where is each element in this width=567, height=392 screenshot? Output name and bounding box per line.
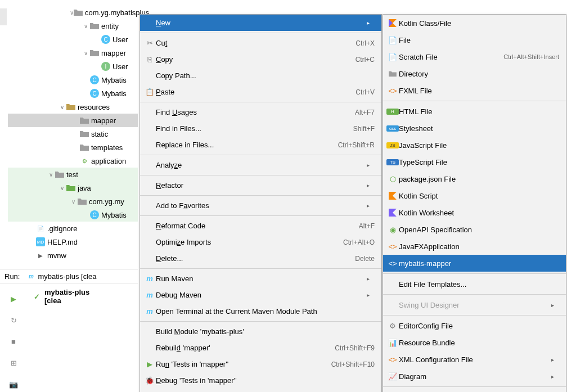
menu-reformat[interactable]: Reformat Code Alt+F: [140, 218, 381, 234]
menu-rebuild[interactable]: Rebuild 'mapper' Ctrl+Shift+F9: [140, 340, 381, 356]
stop-icon[interactable]: ■: [8, 336, 19, 347]
submenu-swing[interactable]: Swing UI Designer ▸: [383, 296, 566, 313]
menu-debug-tests[interactable]: 🐞 Debug 'Tests in 'mapper'': [140, 372, 381, 389]
expand-icon[interactable]: ∨: [81, 23, 90, 29]
kotlin-worksheet-icon: [386, 209, 399, 217]
menu-cut[interactable]: ✂ Cut Ctrl+X: [140, 35, 381, 51]
menu-optimize[interactable]: Optimize Imports Ctrl+Alt+O: [140, 234, 381, 250]
bug-icon: 🐞: [143, 376, 156, 385]
submenu-resource-bundle[interactable]: 📊 Resource Bundle: [383, 334, 566, 351]
folder-icon: [80, 116, 89, 125]
interface-icon: I: [101, 62, 110, 71]
shortcut: Ctrl+X: [356, 39, 375, 47]
package-icon: [90, 48, 99, 57]
menu-run-maven[interactable]: m Run Maven ▸: [140, 271, 381, 287]
layout-icon[interactable]: ⊞: [8, 357, 19, 368]
menu-delete[interactable]: Delete... Delete: [140, 250, 381, 267]
project-tree: ∨ com.yg.mybatisplus ∨ entity C User ∨ m…: [0, 0, 138, 262]
submenu-html[interactable]: H HTML File: [383, 103, 566, 120]
submenu-data-source[interactable]: 🗄 Data Source ▸: [383, 389, 566, 392]
submenu-kotlin-class[interactable]: Kotlin Class/File: [383, 15, 566, 31]
submenu-directory[interactable]: Directory: [383, 65, 566, 82]
menu-find-in-files[interactable]: Find in Files... Shift+F: [140, 120, 381, 137]
expand-icon[interactable]: ∨: [57, 185, 66, 191]
tree-row[interactable]: templates: [8, 141, 138, 154]
menu-more-run[interactable]: More Run/Debug ▸: [140, 389, 381, 392]
class-icon: C: [90, 75, 99, 84]
menu-favorites[interactable]: Add to Favorites ▸: [140, 197, 381, 214]
editorconfig-icon: ⚙: [386, 322, 399, 330]
tree-row[interactable]: 📄 .gitignore: [8, 222, 138, 235]
arrow-right-icon: ▸: [367, 292, 375, 298]
menu-build-module[interactable]: Build Module 'mybatis-plus': [140, 323, 381, 340]
expand-icon[interactable]: ∨: [81, 50, 90, 56]
menu-debug-maven[interactable]: m Debug Maven ▸: [140, 287, 381, 303]
tree-row[interactable]: MD HELP.md: [8, 235, 138, 249]
expand-icon[interactable]: ∨: [70, 10, 74, 16]
submenu-javascript[interactable]: JS JavaScript File: [383, 137, 566, 154]
submenu-kotlin-script[interactable]: Kotlin Script: [383, 187, 566, 204]
menu-open-terminal[interactable]: m Open Terminal at the Current Maven Mod…: [140, 303, 381, 319]
menu-copy[interactable]: ⎘ Copy Ctrl+C: [140, 51, 381, 67]
class-icon: C: [101, 35, 110, 44]
run-config: mybatis-plus [clea: [38, 272, 96, 281]
tree-row-selected[interactable]: mapper: [8, 114, 138, 127]
expand-icon[interactable]: ∨: [46, 172, 55, 178]
arrow-right-icon: ▸: [367, 182, 375, 188]
menu-find-usages[interactable]: Find Usages Alt+F7: [140, 104, 381, 120]
tree-row[interactable]: ⚙ application: [8, 154, 138, 168]
tree-row[interactable]: ∨ java: [8, 181, 138, 195]
submenu-file[interactable]: 📄 File: [383, 31, 566, 48]
tree-row[interactable]: ∨ com.yg.mybatisplus: [8, 6, 138, 19]
arrow-right-icon: ▸: [551, 373, 559, 380]
tree-row[interactable]: ∨ test: [8, 168, 138, 181]
tree-label: mvnw: [47, 251, 66, 260]
menu-analyze[interactable]: Analyze ▸: [140, 157, 381, 173]
tree-row[interactable]: static: [8, 127, 138, 141]
tree-row[interactable]: C Mybatis: [8, 73, 138, 87]
expand-icon[interactable]: ∨: [57, 104, 66, 110]
tree-row[interactable]: ∨ entity: [8, 19, 138, 33]
menu-refactor[interactable]: Refactor ▸: [140, 177, 381, 193]
submenu-typescript[interactable]: TS TypeScript File: [383, 154, 566, 170]
rerun-icon[interactable]: ↻: [8, 314, 19, 326]
menu-paste[interactable]: 📋 Paste Ctrl+V: [140, 84, 381, 100]
run-header: Run: m mybatis-plus [clea: [0, 269, 138, 283]
menu-run-tests[interactable]: ▶ Run 'Tests in 'mapper'' Ctrl+Shift+F10: [140, 356, 381, 372]
tree-row[interactable]: I User: [8, 60, 138, 73]
shortcut: Ctrl+C: [356, 56, 375, 64]
menu-new[interactable]: New ▸: [140, 15, 381, 31]
submenu-diagram[interactable]: 📈 Diagram ▸: [383, 368, 566, 385]
submenu-fxml[interactable]: <> FXML File: [383, 82, 566, 99]
submenu-javafx[interactable]: <> JavaFXApplication: [383, 238, 566, 255]
tree-row[interactable]: C Mybatis: [8, 87, 138, 100]
shortcut: Alt+F7: [355, 109, 375, 116]
submenu-mybatis-mapper[interactable]: <> mybatis-mapper: [383, 255, 566, 272]
submenu-edit-templates[interactable]: Edit File Templates...: [383, 276, 566, 292]
diagram-icon: 📈: [386, 372, 399, 381]
sidebar-tab[interactable]: [0, 8, 7, 25]
tree-row[interactable]: ∨ com.yg.my: [8, 195, 138, 208]
run-icon[interactable]: ▶: [8, 293, 19, 304]
tree-row[interactable]: C User: [8, 33, 138, 46]
submenu-editorconfig[interactable]: ⚙ EditorConfig File: [383, 317, 566, 334]
submenu-scratch[interactable]: 📄 Scratch File Ctrl+Alt+Shift+Insert: [383, 48, 566, 65]
arrow-right-icon: ▸: [367, 162, 375, 168]
submenu-stylesheet[interactable]: css Stylesheet: [383, 120, 566, 137]
camera-icon[interactable]: 📷: [8, 379, 19, 390]
class-icon: C: [90, 89, 99, 98]
expand-icon[interactable]: ∨: [69, 199, 78, 205]
menu-copy-path[interactable]: Copy Path...: [140, 67, 381, 84]
submenu-kotlin-worksheet[interactable]: Kotlin Worksheet: [383, 204, 566, 221]
tree-row[interactable]: ∨ resources: [8, 100, 138, 114]
tree-row[interactable]: ∨ mapper: [8, 46, 138, 60]
tree-row[interactable]: C Mybatis: [8, 208, 138, 222]
menu-replace-in-files[interactable]: Replace in Files... Ctrl+Shift+R: [140, 137, 381, 153]
tree-row[interactable]: ▶ mvnw: [8, 249, 138, 262]
submenu-xml-config[interactable]: <> XML Configuration File ▸: [383, 351, 566, 368]
class-icon: C: [90, 210, 99, 219]
submenu-openapi[interactable]: ◉ OpenAPI Specification: [383, 221, 566, 238]
shortcut: Ctrl+Shift+F9: [335, 344, 375, 352]
tree-label: entity: [101, 22, 119, 30]
submenu-package-json[interactable]: ⬡ package.json File: [383, 170, 566, 187]
